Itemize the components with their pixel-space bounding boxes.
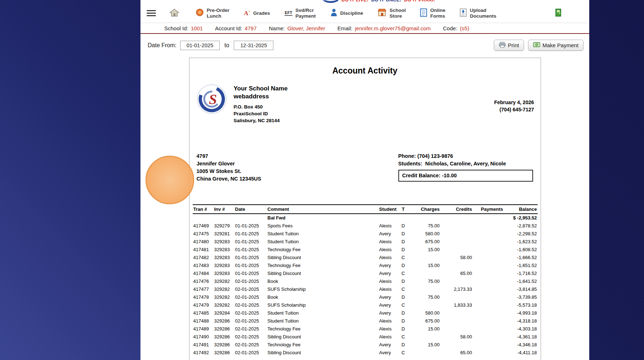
name-value: Glover, Jennifer — [287, 25, 325, 31]
school-web: webaddress — [234, 93, 288, 101]
col-header-charges: Charges — [408, 205, 440, 214]
pre-order-lunch-icon — [196, 8, 204, 18]
nav-label-line2: Lunch — [207, 13, 229, 19]
name-field: Name: Glover, Jennifer — [269, 25, 325, 31]
nav-label-line1: Upload — [470, 8, 496, 13]
report-date-block: February 4, 2026 (704) 645-7127 — [494, 99, 534, 114]
activity-table-container: Tran # Inv # Date Comment Student T Char… — [193, 204, 538, 357]
praxischool-logo: S — [197, 84, 227, 116]
nav-item-discipline[interactable]: Discipline — [330, 8, 363, 18]
nav-item-pre-order-lunch[interactable]: Pre-OrderLunch — [196, 8, 229, 19]
account-id-value: 4797 — [245, 25, 256, 31]
make-payment-button[interactable]: Make Payment — [528, 40, 583, 51]
col-header-comment: Comment — [267, 205, 379, 214]
grades-icon: A+ — [244, 9, 250, 17]
brand-tagline-strip: DO IT LIVE! DO IT ONCE! DO IT PRAXI! — [140, 0, 589, 4]
nav-label-line1: Online — [430, 8, 445, 13]
col-header-credits: Credits — [440, 205, 473, 214]
table-row: 41748532928402-01-2025Student TuitionAve… — [193, 309, 538, 317]
activity-table-body: Bal Fwd $ -2,953.52 41746932927901-01-20… — [193, 214, 538, 357]
filter-row: Date From: to Print Make Payment — [140, 40, 589, 51]
col-header-date: Date — [234, 205, 267, 214]
report-title: Account Activity — [189, 66, 541, 76]
nav-label-line1: School — [389, 8, 406, 13]
upload-documents-icon — [460, 8, 467, 18]
date-from-label: Date From: — [148, 42, 176, 49]
nav-label-line2: Forms — [430, 13, 445, 19]
account-holder-name: Jennifer Glover — [197, 160, 261, 168]
tagline-once: DO IT ONCE! — [371, 0, 401, 3]
col-header-balance: Balance — [504, 205, 538, 214]
tagline-live: DO IT LIVE! — [341, 0, 368, 3]
nav-item-upload-documents[interactable]: UploadDocuments — [460, 8, 496, 19]
svg-text:S: S — [209, 91, 216, 107]
email-label: Email: — [337, 25, 353, 31]
table-row: 41748432928301-01-2025Sibling DiscountAv… — [193, 270, 538, 277]
date-from-input[interactable] — [180, 41, 220, 50]
nav-item-school-store[interactable]: SchoolStore — [377, 8, 406, 19]
exit-icon — [554, 12, 563, 18]
school-id-label: School Id: — [164, 25, 188, 31]
date-to-input[interactable] — [234, 41, 273, 50]
credit-balance-box: Credit Balance: -10.00 — [398, 170, 533, 182]
nav-label-line1: Discipline — [340, 10, 363, 16]
app-window: DO IT LIVE! DO IT ONCE! DO IT PRAXI! Pre… — [140, 0, 589, 360]
school-id-field: School Id: 1001 — [164, 25, 203, 31]
account-address-block: 4797 Jennifer Glover 1005 W Stokes St. C… — [197, 152, 261, 183]
hamburger-menu-icon[interactable] — [147, 10, 156, 16]
school-header-block: Your School Name webaddress P.O. Box 450… — [234, 85, 288, 124]
code-value: (s5) — [460, 25, 469, 31]
table-row: 41746932927901-01-2025Sports FeesAlexisD… — [193, 222, 538, 230]
account-id: 4797 — [197, 152, 261, 160]
table-row: 41747832928202-01-2025BookAveryD75.00-3,… — [193, 293, 538, 301]
table-row: 41747732928202-01-2025SUFS ScholarshipAl… — [193, 285, 538, 293]
table-row: 41749032928602-01-2025Sibling DiscountAl… — [193, 333, 538, 341]
activity-table: Tran # Inv # Date Comment Student T Char… — [193, 204, 538, 357]
table-row: 41747932928202-01-2025SUFS ScholarshipAv… — [193, 301, 538, 309]
bal-fwd-label: Bal Fwd — [267, 214, 379, 222]
account-students: Students: Nicholas, Caroline, Avery, Nic… — [398, 160, 533, 168]
school-address: P.O. Box 450 PraxiSchool ID Salisbury, N… — [234, 104, 288, 124]
table-row: 41749132928602-01-2025Technology FeeAver… — [193, 341, 538, 349]
account-phone: Phone: (704) 123-9876 — [398, 152, 533, 160]
account-contact-block: Phone: (704) 123-9876 Students: Nicholas… — [398, 152, 533, 182]
account-id-label: Account Id: — [215, 25, 242, 31]
nav-item-svd-rcr-payment[interactable]: EFT Svd/RcrPayment — [285, 8, 316, 19]
nav-item-grades[interactable]: A+ Grades — [244, 9, 270, 17]
tagline-praxi: DO IT PRAXI! — [404, 0, 435, 3]
exit-button[interactable] — [554, 8, 563, 18]
cash-icon — [533, 42, 540, 48]
bal-fwd-balance: $ -2,953.52 — [504, 214, 538, 222]
nav-label-line2: Documents — [470, 13, 496, 19]
table-row: 41748832928602-01-2025Student TuitionAle… — [193, 317, 538, 325]
table-row: 41748132928301-01-2025Technology FeeAlex… — [193, 246, 538, 254]
col-header-student: Student — [379, 205, 399, 214]
account-id-field: Account Id: 4797 — [215, 25, 256, 31]
table-header-row: Tran # Inv # Date Comment Student T Char… — [193, 205, 538, 214]
report-print-phone: (704) 645-7127 — [494, 106, 534, 113]
email-value: jennifer.m.glover75@gmail.com — [355, 25, 430, 31]
to-label: to — [224, 42, 229, 49]
home-icon — [170, 8, 179, 18]
school-id-value: 1001 — [191, 25, 203, 31]
report-print-date: February 4, 2026 — [494, 99, 534, 106]
print-button[interactable]: Print — [494, 40, 524, 51]
brand-logo-swoosh-icon — [322, 0, 339, 3]
bal-fwd-row: Bal Fwd $ -2,953.52 — [193, 214, 538, 222]
table-row: 41748332928301-01-2025Technology FeeAver… — [193, 262, 538, 270]
col-header-tran: Tran # — [193, 205, 214, 214]
discipline-icon — [330, 8, 337, 18]
nav-item-online-forms[interactable]: OnlineForms — [420, 8, 445, 19]
table-row: 41749232928602-01-2025Sibling DiscountAv… — [193, 349, 538, 357]
nav-label-line1: Pre-Order — [207, 8, 229, 13]
nav-label-line2: Store — [389, 13, 406, 19]
table-row: 41747632928202-01-2025BookAlexisD75.00-1… — [193, 277, 538, 285]
email-field: Email: jennifer.m.glover75@gmail.com — [337, 25, 431, 31]
home-button[interactable] — [170, 8, 179, 18]
col-header-inv: Inv # — [214, 205, 234, 214]
account-city: China Grove, NC 12345US — [197, 175, 261, 183]
table-row: 41748932928602-01-2025Technology FeeAlex… — [193, 325, 538, 333]
table-row: 41748232928301-01-2025Sibling DiscountAl… — [193, 254, 538, 262]
nav-label-line2: Payment — [295, 13, 316, 19]
print-button-label: Print — [508, 42, 519, 48]
